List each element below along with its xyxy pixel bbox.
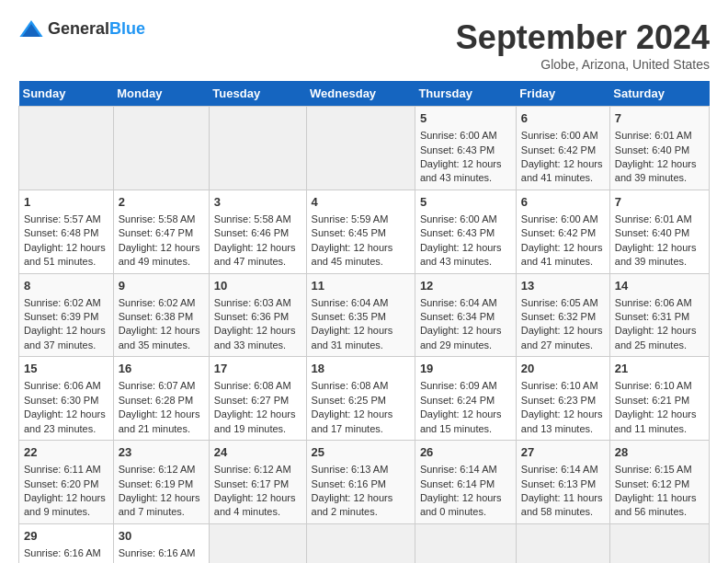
sunrise-text: Sunrise: 6:16 AM xyxy=(119,547,196,558)
calendar-cell xyxy=(113,107,209,190)
day-header-saturday: Saturday xyxy=(609,81,709,107)
calendar-cell xyxy=(209,107,306,190)
calendar-cell: 30Sunrise: 6:16 AMSunset: 6:09 PMDayligh… xyxy=(113,523,209,563)
calendar-week-0: 5Sunrise: 6:00 AMSunset: 6:43 PMDaylight… xyxy=(19,107,710,190)
day-number: 1 xyxy=(24,194,108,211)
day-number: 12 xyxy=(420,278,511,294)
day-number: 14 xyxy=(615,278,704,294)
sunset-text: Sunset: 6:17 PM xyxy=(214,478,289,489)
calendar-cell: 11Sunrise: 6:04 AMSunset: 6:35 PMDayligh… xyxy=(306,273,415,357)
calendar-cell: 1Sunrise: 5:57 AMSunset: 6:48 PMDaylight… xyxy=(19,190,114,273)
calendar-cell: 23Sunrise: 6:12 AMSunset: 6:19 PMDayligh… xyxy=(113,441,209,524)
sunset-text: Sunset: 6:32 PM xyxy=(521,311,596,322)
calendar-cell xyxy=(609,523,709,563)
sunrise-text: Sunrise: 6:06 AM xyxy=(615,297,692,308)
calendar-cell: 26Sunrise: 6:14 AMSunset: 6:14 PMDayligh… xyxy=(415,441,516,524)
sunset-text: Sunset: 6:42 PM xyxy=(521,144,596,155)
calendar-week-2: 8Sunrise: 6:02 AMSunset: 6:39 PMDaylight… xyxy=(19,273,710,357)
calendar-cell: 6Sunrise: 6:00 AMSunset: 6:42 PMDaylight… xyxy=(516,190,609,273)
calendar-cell: 29Sunrise: 6:16 AMSunset: 6:10 PMDayligh… xyxy=(19,523,114,563)
sunrise-text: Sunrise: 6:08 AM xyxy=(312,380,389,391)
daylight-text: Daylight: 12 hours and 27 minutes. xyxy=(521,325,603,350)
header: GeneralBlue September 2024 Globe, Arizon… xyxy=(18,18,710,72)
calendar-cell: 2Sunrise: 5:58 AMSunset: 6:47 PMDaylight… xyxy=(113,190,209,273)
daylight-text: Daylight: 11 hours and 58 minutes. xyxy=(521,492,603,517)
sunset-text: Sunset: 6:46 PM xyxy=(214,227,289,238)
day-number: 28 xyxy=(615,444,704,461)
sunrise-text: Sunrise: 6:12 AM xyxy=(214,464,291,475)
day-number: 18 xyxy=(312,361,410,377)
sunrise-text: Sunrise: 6:07 AM xyxy=(119,380,196,391)
sunrise-text: Sunrise: 5:58 AM xyxy=(119,213,196,224)
logo: GeneralBlue xyxy=(18,18,145,39)
sunrise-text: Sunrise: 6:10 AM xyxy=(521,380,598,391)
day-number: 4 xyxy=(312,194,410,211)
calendar-cell: 5Sunrise: 6:00 AMSunset: 6:43 PMDaylight… xyxy=(415,107,516,190)
calendar-cell: 6Sunrise: 6:00 AMSunset: 6:42 PMDaylight… xyxy=(516,107,609,190)
sunrise-text: Sunrise: 6:14 AM xyxy=(420,464,497,475)
daylight-text: Daylight: 12 hours and 15 minutes. xyxy=(420,408,502,433)
sunset-text: Sunset: 6:36 PM xyxy=(214,311,289,322)
daylight-text: Daylight: 12 hours and 33 minutes. xyxy=(214,325,296,350)
month-title: September 2024 xyxy=(456,18,710,57)
sunrise-text: Sunrise: 6:03 AM xyxy=(214,297,291,308)
daylight-text: Daylight: 12 hours and 11 minutes. xyxy=(615,408,697,433)
calendar-week-4: 22Sunrise: 6:11 AMSunset: 6:20 PMDayligh… xyxy=(19,441,710,524)
sunset-text: Sunset: 6:20 PM xyxy=(24,478,98,489)
daylight-text: Daylight: 12 hours and 0 minutes. xyxy=(420,492,502,517)
day-header-wednesday: Wednesday xyxy=(306,81,415,107)
calendar-cell xyxy=(19,107,114,190)
sunset-text: Sunset: 6:35 PM xyxy=(312,311,386,322)
daylight-text: Daylight: 12 hours and 43 minutes. xyxy=(420,242,502,267)
day-number: 20 xyxy=(521,361,605,377)
daylight-text: Daylight: 12 hours and 7 minutes. xyxy=(119,492,200,517)
sunrise-text: Sunrise: 6:00 AM xyxy=(521,130,598,141)
day-number: 6 xyxy=(521,194,605,211)
sunset-text: Sunset: 6:14 PM xyxy=(420,478,495,489)
sunrise-text: Sunrise: 6:02 AM xyxy=(119,297,196,308)
daylight-text: Daylight: 12 hours and 47 minutes. xyxy=(214,242,296,267)
calendar-cell: 28Sunrise: 6:15 AMSunset: 6:12 PMDayligh… xyxy=(609,441,709,524)
sunset-text: Sunset: 6:16 PM xyxy=(312,478,386,489)
calendar-table: SundayMondayTuesdayWednesdayThursdayFrid… xyxy=(18,81,710,563)
calendar-cell: 21Sunrise: 6:10 AMSunset: 6:21 PMDayligh… xyxy=(609,357,709,441)
daylight-text: Daylight: 12 hours and 39 minutes. xyxy=(615,158,697,183)
sunrise-text: Sunrise: 5:57 AM xyxy=(24,213,101,224)
day-number: 5 xyxy=(420,194,511,211)
sunset-text: Sunset: 6:40 PM xyxy=(615,144,689,155)
calendar-cell xyxy=(306,107,415,190)
location-subtitle: Globe, Arizona, United States xyxy=(456,57,710,72)
sunrise-text: Sunrise: 5:59 AM xyxy=(312,213,389,224)
day-header-monday: Monday xyxy=(113,81,209,107)
day-header-thursday: Thursday xyxy=(415,81,516,107)
day-number: 7 xyxy=(615,110,704,127)
sunrise-text: Sunrise: 6:04 AM xyxy=(420,297,497,308)
daylight-text: Daylight: 12 hours and 17 minutes. xyxy=(312,408,393,433)
logo-blue: Blue xyxy=(109,19,145,38)
sunrise-text: Sunrise: 6:00 AM xyxy=(420,213,497,224)
sunrise-text: Sunrise: 6:06 AM xyxy=(24,380,101,391)
sunset-text: Sunset: 6:27 PM xyxy=(214,395,289,406)
day-number: 2 xyxy=(119,194,204,211)
sunrise-text: Sunrise: 6:01 AM xyxy=(615,213,692,224)
daylight-text: Daylight: 12 hours and 45 minutes. xyxy=(312,242,393,267)
calendar-cell: 13Sunrise: 6:05 AMSunset: 6:32 PMDayligh… xyxy=(516,273,609,357)
sunrise-text: Sunrise: 6:13 AM xyxy=(312,464,389,475)
daylight-text: Daylight: 12 hours and 39 minutes. xyxy=(615,242,697,267)
sunrise-text: Sunrise: 6:09 AM xyxy=(420,380,497,391)
day-header-friday: Friday xyxy=(516,81,609,107)
day-header-tuesday: Tuesday xyxy=(209,81,306,107)
sunrise-text: Sunrise: 6:01 AM xyxy=(615,130,692,141)
daylight-text: Daylight: 12 hours and 37 minutes. xyxy=(24,325,106,350)
day-number: 30 xyxy=(119,528,204,545)
calendar-cell: 4Sunrise: 5:59 AMSunset: 6:45 PMDaylight… xyxy=(306,190,415,273)
daylight-text: Daylight: 12 hours and 13 minutes. xyxy=(521,408,603,433)
sunrise-text: Sunrise: 6:00 AM xyxy=(521,213,598,224)
calendar-cell: 7Sunrise: 6:01 AMSunset: 6:40 PMDaylight… xyxy=(609,190,709,273)
sunrise-text: Sunrise: 6:05 AM xyxy=(521,297,598,308)
calendar-cell: 10Sunrise: 6:03 AMSunset: 6:36 PMDayligh… xyxy=(209,273,306,357)
daylight-text: Daylight: 12 hours and 29 minutes. xyxy=(420,325,502,350)
day-number: 9 xyxy=(119,278,204,294)
daylight-text: Daylight: 12 hours and 4 minutes. xyxy=(214,492,296,517)
day-number: 10 xyxy=(214,278,301,294)
